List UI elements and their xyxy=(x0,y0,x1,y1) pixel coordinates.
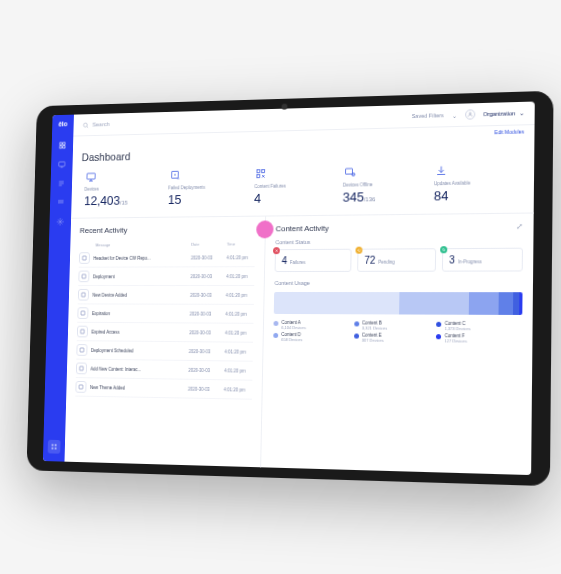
organization-dropdown[interactable]: Organization ⌄ xyxy=(483,110,524,117)
table-row[interactable]: Deployment Scheduled2020-30-034:01:20 pm xyxy=(76,341,253,362)
activity-type-icon xyxy=(78,252,89,264)
svg-rect-16 xyxy=(54,447,56,449)
legend-dot-icon xyxy=(273,321,278,326)
usage-segment xyxy=(469,292,499,315)
content-usage-subtitle: Content Usage xyxy=(274,280,522,286)
recent-activity-panel: Recent Activity Message Date Time Headse… xyxy=(64,217,266,468)
chevron-down-icon[interactable]: ⌄ xyxy=(451,111,456,118)
usage-segment xyxy=(498,292,512,315)
table-row[interactable]: Deployment2020-30-034:01:20 pm xyxy=(78,267,255,286)
legend-dot-icon xyxy=(273,333,278,338)
svg-rect-23 xyxy=(171,171,178,178)
org-label: Organization xyxy=(483,110,515,117)
svg-rect-14 xyxy=(54,444,56,446)
stat-content-failures[interactable]: Content Failures 4 xyxy=(250,164,339,208)
svg-point-17 xyxy=(83,122,87,126)
activity-type-icon xyxy=(75,381,86,393)
screen: ēlo Search Saved Filters ⌄ Organization … xyxy=(42,102,534,476)
download-icon xyxy=(434,164,448,178)
nav-apps-icon[interactable] xyxy=(56,198,65,208)
table-row[interactable]: Expiration2020-30-034:01:20 pm xyxy=(77,304,254,323)
topbar-right: Saved Filters ⌄ Organization ⌄ xyxy=(411,108,524,121)
usage-segment xyxy=(273,292,398,314)
svg-rect-32 xyxy=(81,293,85,297)
legend-item[interactable]: Content D658 Devices xyxy=(273,332,346,343)
usage-segment xyxy=(399,292,469,315)
svg-point-12 xyxy=(59,221,61,223)
nav-dashboard-icon[interactable] xyxy=(57,140,66,150)
nav-settings-icon[interactable] xyxy=(55,217,64,227)
stat-devices-offline[interactable]: Devices Offline 345/136 xyxy=(338,162,430,207)
activity-type-icon xyxy=(76,326,87,338)
content-activity-panel: Content Activity ⤢ Content Status ✕4Fail… xyxy=(261,214,533,476)
content-activity-title: Content Activity xyxy=(275,224,328,233)
svg-rect-0 xyxy=(59,143,61,145)
table-row[interactable]: Headset for Device CW Repo...2020-30-034… xyxy=(78,248,254,267)
svg-rect-36 xyxy=(79,366,83,370)
usage-bar-chart xyxy=(273,292,522,315)
stats-row: Devices 12,403/15 Failed Deployments 15 … xyxy=(71,160,534,219)
chevron-down-icon: ⌄ xyxy=(519,110,524,116)
camera-dot xyxy=(281,104,287,110)
legend-dot-icon xyxy=(354,321,359,326)
stat-updates[interactable]: Updates Available 84 xyxy=(429,160,523,205)
svg-point-11 xyxy=(61,202,62,203)
svg-rect-34 xyxy=(80,330,84,334)
x-icon: ✕ xyxy=(273,247,280,254)
table-row[interactable]: Expired Access2020-30-034:01:20 pm xyxy=(76,323,253,343)
svg-rect-31 xyxy=(82,274,86,278)
recent-activity-title: Recent Activity xyxy=(79,225,255,235)
content-status-subtitle: Content Status xyxy=(275,237,523,245)
search-input[interactable]: Search xyxy=(82,113,403,128)
table-row[interactable]: New Device Added2020-30-034:01:20 pm xyxy=(77,286,254,305)
svg-point-10 xyxy=(60,202,61,203)
nav-grid-icon[interactable] xyxy=(47,440,60,454)
legend-item[interactable]: Content B3,321 Devices xyxy=(354,320,429,331)
svg-point-9 xyxy=(58,202,59,203)
status-pending[interactable]: ⏱72Pending xyxy=(357,248,436,272)
legend-item[interactable]: Content C1,373 Devices xyxy=(436,321,512,332)
main-area: Search Saved Filters ⌄ Organization ⌄ Ed… xyxy=(64,102,534,476)
legend-item[interactable]: Content F127 Devices xyxy=(436,333,513,344)
svg-rect-13 xyxy=(51,444,53,446)
sync-icon: ↻ xyxy=(440,246,447,253)
status-inprogress[interactable]: ↻3In-Progress xyxy=(441,248,522,272)
deploy-fail-icon xyxy=(168,169,181,183)
svg-rect-3 xyxy=(62,146,64,148)
legend-dot-icon xyxy=(353,334,358,339)
svg-rect-37 xyxy=(79,385,83,389)
usage-legend: Content A6,104 DevicesContent B3,321 Dev… xyxy=(273,320,522,344)
highlight-dot xyxy=(256,220,274,238)
search-placeholder: Search xyxy=(92,121,109,127)
legend-item[interactable]: Content E307 Devices xyxy=(353,332,428,343)
nav-devices-icon[interactable] xyxy=(57,160,66,170)
saved-filters-link[interactable]: Saved Filters xyxy=(411,112,443,119)
svg-rect-30 xyxy=(82,256,86,260)
expand-icon[interactable]: ⤢ xyxy=(515,222,522,231)
legend-item[interactable]: Content A6,104 Devices xyxy=(273,320,346,330)
clock-icon: ⏱ xyxy=(355,247,362,254)
svg-rect-24 xyxy=(256,170,259,173)
usage-segment xyxy=(512,292,519,315)
stat-failed-deployments[interactable]: Failed Deployments 15 xyxy=(164,165,251,208)
svg-rect-25 xyxy=(261,170,264,173)
status-failures[interactable]: ✕4Failures xyxy=(274,249,351,272)
svg-point-8 xyxy=(62,200,63,201)
svg-rect-26 xyxy=(256,175,259,178)
content-fail-icon xyxy=(254,167,268,181)
svg-rect-33 xyxy=(81,311,85,315)
nav-content-icon[interactable] xyxy=(56,179,65,189)
search-icon xyxy=(82,121,88,128)
monitor-icon xyxy=(84,170,97,184)
stat-devices[interactable]: Devices 12,403/15 xyxy=(80,167,165,210)
svg-rect-2 xyxy=(59,146,61,148)
svg-rect-27 xyxy=(345,169,352,175)
svg-rect-4 xyxy=(58,162,64,167)
user-avatar-icon[interactable] xyxy=(464,109,474,119)
activity-type-icon xyxy=(78,271,89,283)
svg-point-6 xyxy=(58,200,59,201)
table-row[interactable]: New Theme Added2020-30-034:01:20 pm xyxy=(75,378,252,400)
legend-dot-icon xyxy=(436,322,441,327)
activity-type-icon xyxy=(77,307,88,319)
activity-type-icon xyxy=(77,289,88,301)
